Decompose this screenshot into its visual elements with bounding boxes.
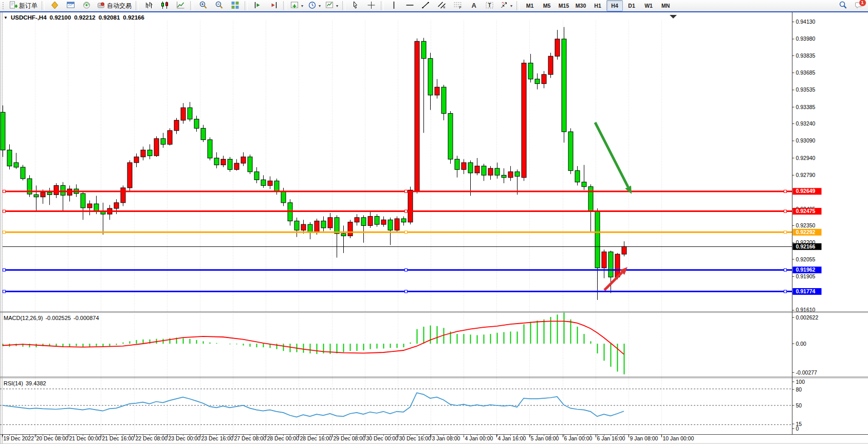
zoom-in-button[interactable]: [195, 0, 211, 11]
text-label-button[interactable]: T: [482, 0, 497, 11]
chevron-down-icon[interactable]: ▾: [301, 4, 303, 8]
rsi-axis-label: 50: [796, 402, 802, 409]
search-button[interactable]: [835, 0, 851, 11]
candle-body: [208, 140, 212, 158]
time-label: 27 Dec 08:00: [234, 435, 267, 441]
hline-anchor[interactable]: [784, 290, 787, 293]
candle-body: [41, 192, 45, 197]
candle-body: [141, 150, 145, 157]
arrows-button[interactable]: ▾: [497, 0, 514, 11]
timeframe-mn-button[interactable]: MN: [657, 0, 674, 11]
chevron-down-icon[interactable]: ▾: [336, 4, 338, 8]
chart-high: 0.92212: [74, 14, 96, 21]
rsi-axis-label: 100: [796, 379, 805, 385]
price-label-text: 0.92292: [796, 229, 816, 235]
hline-anchor[interactable]: [405, 269, 408, 271]
timeframe-m15-button[interactable]: M15: [556, 0, 572, 11]
signals-button[interactable]: [79, 0, 94, 11]
candle-body: [421, 41, 426, 58]
timeframe-m5-button[interactable]: M5: [539, 0, 555, 11]
price-tick-label: 0.93535: [796, 86, 816, 93]
auto-trading-button[interactable]: 自动交易: [95, 0, 134, 11]
chart-shift-icon: [269, 1, 278, 11]
time-label: 9 Jan 08:00: [630, 435, 658, 441]
new-order-button[interactable]: 新订单: [7, 0, 40, 11]
equidistant-channel-button[interactable]: E: [434, 0, 449, 11]
indicators-button[interactable]: ▾: [288, 0, 305, 11]
price-line-label: 0.92292: [793, 229, 822, 236]
time-axis[interactable]: 19 Dec 202220 Dec 08:0021 Dec 00:0021 De…: [3, 435, 694, 442]
timeframe-m1-button[interactable]: M1: [522, 0, 538, 11]
horizontal-line-button[interactable]: [402, 0, 417, 11]
timeframe-m30-button[interactable]: M30: [572, 0, 589, 11]
chart-surface[interactable]: 19 Dec 202220 Dec 08:0021 Dec 00:0021 De…: [0, 12, 868, 444]
candle-body: [81, 193, 85, 208]
fibonacci-button[interactable]: F: [450, 0, 465, 11]
macd-value: -0.002525: [45, 315, 71, 321]
chevron-down-icon[interactable]: ▾: [319, 4, 321, 8]
line-chart-button[interactable]: [173, 0, 188, 11]
chart-window[interactable]: 19 Dec 202220 Dec 08:0021 Dec 00:0021 De…: [0, 11, 868, 444]
candle-body: [248, 157, 252, 172]
candle-body: [348, 222, 353, 236]
market-watch-button[interactable]: [63, 0, 78, 11]
time-label: 4 Jan 16:00: [498, 435, 526, 441]
candle-body: [181, 108, 186, 120]
tile-windows-button[interactable]: [227, 0, 243, 11]
timeframe-h4-button[interactable]: H4: [606, 0, 623, 11]
bar-chart-button[interactable]: [141, 0, 156, 11]
vertical-line-button[interactable]: [386, 0, 401, 11]
candle-body: [168, 131, 172, 145]
candle-body: [495, 168, 500, 175]
hline-anchor[interactable]: [405, 290, 408, 293]
alerts-button[interactable]: [47, 0, 62, 11]
chart-low: 0.92081: [99, 14, 120, 21]
hline-anchor[interactable]: [3, 231, 6, 234]
hline-anchor[interactable]: [784, 190, 787, 192]
equidistant-channel-icon: E: [437, 1, 446, 11]
timeframe-w1-button[interactable]: W1: [640, 0, 657, 11]
zoom-out-button[interactable]: [211, 0, 227, 11]
hline-anchor[interactable]: [405, 231, 408, 234]
auto-scroll-button[interactable]: [250, 0, 265, 11]
button-label: H1: [594, 3, 601, 9]
timeframe-h1-button[interactable]: H1: [589, 0, 606, 11]
toolbar-grip: [3, 2, 5, 9]
candle-body: [608, 252, 613, 277]
text-button[interactable]: A: [466, 0, 481, 11]
cursor-button[interactable]: [347, 0, 363, 11]
chevron-down-icon[interactable]: ▾: [510, 4, 512, 8]
trendline-button[interactable]: [418, 0, 433, 11]
notifications-button[interactable]: 1: [851, 0, 866, 11]
hline-anchor[interactable]: [3, 290, 6, 293]
crosshair-button[interactable]: [363, 0, 379, 11]
macd-name: MACD(12,26,9): [4, 315, 43, 321]
time-label: 4 Jan 00:00: [465, 435, 493, 441]
hline-anchor[interactable]: [3, 210, 6, 212]
candle-body: [134, 157, 139, 163]
hline-anchor[interactable]: [3, 269, 6, 271]
button-label: 自动交易: [107, 2, 132, 10]
svg-text:A: A: [471, 2, 476, 9]
chart-shift-button[interactable]: [266, 0, 281, 11]
candle-body: [361, 218, 366, 226]
periods-button[interactable]: ▾: [306, 0, 323, 11]
hline-anchor[interactable]: [784, 210, 787, 212]
timeframe-d1-button[interactable]: D1: [623, 0, 640, 11]
hline-anchor[interactable]: [784, 269, 787, 271]
candle-body: [34, 194, 39, 197]
candle-body: [315, 221, 319, 233]
price-tick-label: 0.93980: [796, 35, 816, 42]
hline-anchor[interactable]: [784, 231, 787, 234]
hline-anchor[interactable]: [405, 190, 408, 192]
hline-anchor[interactable]: [3, 190, 6, 192]
crosshair-icon: [367, 1, 376, 11]
candlestick-chart-button[interactable]: [157, 0, 172, 11]
rsi-indicator-label: RSI(14) 39.4382: [4, 380, 46, 386]
zoom-out-icon: [215, 1, 224, 11]
candle-body: [542, 75, 546, 84]
templates-button[interactable]: ▾: [323, 0, 340, 11]
candle-body: [455, 159, 459, 169]
chart-title-dropdown-icon[interactable]: ▼: [4, 15, 8, 20]
hline-anchor[interactable]: [405, 210, 408, 212]
